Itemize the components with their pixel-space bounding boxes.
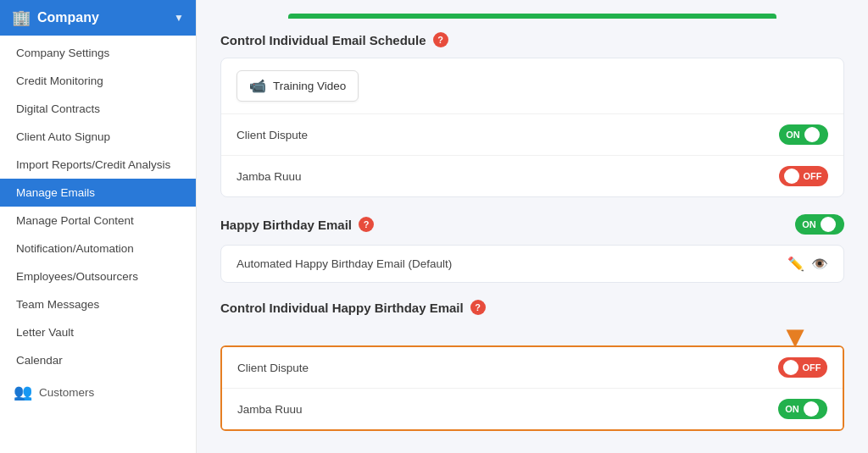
- row-label-jamba-ruuu-email: Jamba Ruuu: [236, 170, 779, 183]
- sidebar-item-import-reports[interactable]: Import Reports/Credit Analysis: [0, 151, 196, 179]
- sidebar-header[interactable]: 🏢 Company ▼: [0, 0, 196, 36]
- sidebar-item-manage-emails[interactable]: Manage Emails: [0, 179, 196, 207]
- section-happy-birthday: Happy Birthday Email ? ON Automated Happ…: [220, 214, 844, 283]
- sidebar-item-label: Import Reports/Credit Analysis: [16, 158, 170, 171]
- sidebar-item-label: Calendar: [16, 354, 63, 367]
- section-title-birthday: Happy Birthday Email: [220, 218, 352, 232]
- chevron-down-icon: ▼: [174, 12, 184, 24]
- toggle-circle: [804, 401, 819, 417]
- row-automated-birthday: Automated Happy Birthday Email (Default)…: [221, 246, 843, 282]
- sidebar-item-label: Manage Portal Content: [16, 214, 134, 227]
- row-label-jamba-ruuu-birthday: Jamba Ruuu: [237, 403, 778, 416]
- row-client-dispute-birthday: Client Dispute OFF: [222, 347, 843, 388]
- sidebar-nav: Company Settings Credit Monitoring Digit…: [0, 36, 196, 453]
- section-title-control-email: Control Individual Email Schedule: [220, 33, 426, 47]
- eye-icon[interactable]: 👁️: [811, 256, 828, 272]
- sidebar-item-calendar[interactable]: Calendar: [0, 346, 196, 374]
- sidebar-item-company-settings[interactable]: Company Settings: [0, 39, 196, 67]
- sidebar-item-notification-automation[interactable]: Notification/Automation: [0, 235, 196, 262]
- toggle-circle: [784, 168, 799, 184]
- sidebar-item-label: Client Auto Signup: [16, 130, 110, 143]
- company-icon: 🏢: [12, 8, 31, 27]
- sidebar-header-title: Company: [37, 10, 167, 25]
- highlighted-card-birthday: Client Dispute OFF Jamba Ruuu ON: [220, 345, 844, 431]
- row-label-automated-birthday: Automated Happy Birthday Email (Default): [236, 257, 787, 270]
- toggle-on-label: ON: [802, 219, 816, 229]
- help-icon-control-email[interactable]: ?: [433, 32, 448, 47]
- sidebar-item-label: Employees/Outsourcers: [16, 270, 138, 283]
- sidebar-item-label: Credit Monitoring: [16, 75, 103, 87]
- sidebar-item-label: Notification/Automation: [16, 242, 134, 255]
- training-video-button[interactable]: 📹 Training Video: [236, 70, 359, 102]
- section-title-control-birthday: Control Individual Happy Birthday Email: [220, 301, 464, 315]
- training-video-label: Training Video: [273, 80, 346, 92]
- toggle-jamba-ruuu-email[interactable]: OFF: [779, 166, 828, 186]
- row-label-client-dispute-email: Client Dispute: [236, 129, 779, 141]
- toggle-on-label: ON: [785, 404, 799, 414]
- sidebar-item-manage-portal-content[interactable]: Manage Portal Content: [0, 207, 196, 235]
- help-icon-birthday[interactable]: ?: [359, 217, 374, 232]
- section-header-control-email: Control Individual Email Schedule ?: [220, 32, 844, 47]
- sidebar-item-label: Team Messages: [16, 298, 99, 311]
- section-control-individual-email: Control Individual Email Schedule ? 📹 Tr…: [220, 32, 844, 197]
- help-icon-control-birthday[interactable]: ?: [470, 300, 486, 315]
- video-camera-icon: 📹: [249, 78, 266, 94]
- edit-icon[interactable]: ✏️: [787, 256, 804, 272]
- row-jamba-ruuu-birthday: Jamba Ruuu ON: [222, 388, 843, 429]
- toggle-circle: [804, 127, 820, 142]
- sidebar-item-employees-outsourcers[interactable]: Employees/Outsourcers: [0, 262, 196, 290]
- sidebar-item-letter-vault[interactable]: Letter Vault: [0, 318, 196, 346]
- row-client-dispute-email: Client Dispute ON: [221, 113, 843, 155]
- row-label-client-dispute-birthday: Client Dispute: [237, 362, 778, 374]
- row-jamba-ruuu-email: Jamba Ruuu OFF: [221, 155, 843, 196]
- section-control-individual-birthday: Control Individual Happy Birthday Email …: [220, 300, 844, 431]
- toggle-jamba-ruuu-birthday[interactable]: ON: [778, 399, 827, 419]
- section-header-birthday: Happy Birthday Email ? ON: [220, 214, 844, 235]
- sidebar-item-team-messages[interactable]: Team Messages: [0, 290, 196, 318]
- main-content: Control Individual Email Schedule ? 📹 Tr…: [197, 0, 868, 453]
- down-arrow-icon: ▼: [780, 322, 810, 352]
- top-green-bar: [288, 14, 776, 19]
- sidebar-item-label: Company Settings: [16, 47, 109, 59]
- sidebar-item-digital-contracts[interactable]: Digital Contracts: [0, 95, 196, 123]
- toggle-circle: [821, 217, 836, 232]
- card-control-email: 📹 Training Video Client Dispute ON Jamba…: [220, 58, 844, 197]
- sidebar-item-label: Manage Emails: [16, 186, 95, 199]
- sidebar-item-label: Letter Vault: [16, 326, 74, 339]
- sidebar-item-client-auto-signup[interactable]: Client Auto Signup: [0, 123, 196, 151]
- sidebar: 🏢 Company ▼ Company Settings Credit Moni…: [0, 0, 197, 453]
- toggle-circle: [783, 360, 798, 375]
- sidebar-item-label: Digital Contracts: [16, 102, 100, 115]
- toggle-client-dispute-birthday[interactable]: OFF: [778, 357, 827, 378]
- toggle-on-label: ON: [786, 130, 800, 140]
- toggle-happy-birthday-master[interactable]: ON: [795, 214, 844, 235]
- customers-label: Customers: [39, 386, 94, 399]
- action-icons-birthday: ✏️ 👁️: [787, 256, 828, 272]
- sidebar-section-customers[interactable]: 👥 Customers: [0, 374, 196, 410]
- toggle-off-label: OFF: [803, 362, 821, 373]
- customers-icon: 👥: [14, 383, 32, 401]
- section-header-control-birthday: Control Individual Happy Birthday Email …: [220, 300, 844, 315]
- toggle-client-dispute-email[interactable]: ON: [779, 124, 828, 145]
- card-birthday: Automated Happy Birthday Email (Default)…: [220, 245, 844, 283]
- sidebar-item-credit-monitoring[interactable]: Credit Monitoring: [0, 67, 196, 95]
- toggle-off-label: OFF: [804, 171, 822, 181]
